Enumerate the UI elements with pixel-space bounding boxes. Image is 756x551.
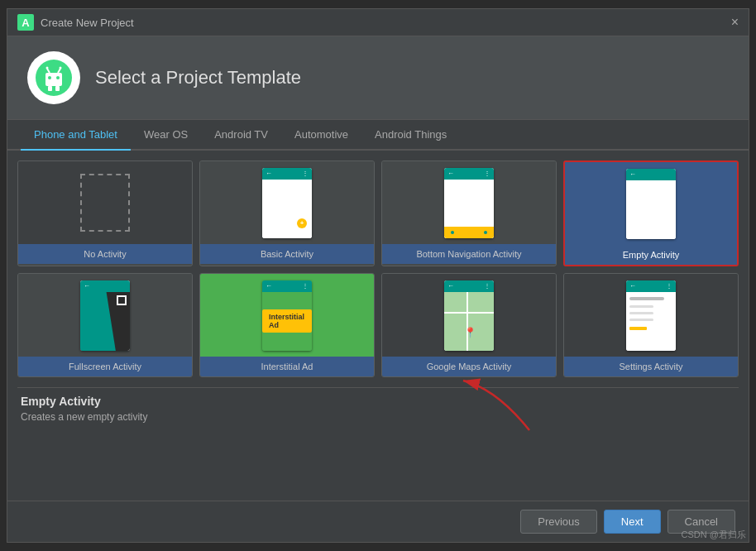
next-button[interactable]: Next bbox=[604, 510, 661, 534]
empty-phone-bar: ← bbox=[626, 169, 676, 180]
settings-line-3 bbox=[629, 312, 653, 314]
empty-activity-label: Empty Activity bbox=[565, 245, 737, 265]
previous-button[interactable]: Previous bbox=[520, 510, 597, 534]
content-area: No Activity ← ⋮ + Basic Activity bbox=[7, 151, 749, 501]
svg-point-4 bbox=[48, 76, 51, 79]
titlebar-left: A Create New Project bbox=[17, 14, 134, 31]
nav-dot-1 bbox=[451, 231, 454, 234]
interstitial-ad-box: Interstitial Ad bbox=[262, 309, 312, 333]
template-no-activity[interactable]: No Activity bbox=[17, 161, 193, 266]
header-section: Select a Project Template bbox=[7, 36, 749, 120]
tab-android-things[interactable]: Android Things bbox=[361, 120, 460, 151]
interstitial-phone-content: Interstitial Ad bbox=[262, 292, 312, 351]
menu-dots-icon: ⋮ bbox=[484, 282, 490, 290]
maximize-icon bbox=[117, 295, 127, 305]
back-arrow-icon: ← bbox=[84, 282, 90, 290]
empty-phone-content bbox=[626, 180, 676, 239]
svg-rect-11 bbox=[55, 86, 60, 91]
settings-preview: ← ⋮ bbox=[564, 274, 738, 357]
studio-logo bbox=[34, 58, 74, 98]
dialog-title: Create New Project bbox=[41, 17, 134, 29]
bottom-nav-phone-mockup: ← ⋮ bbox=[444, 168, 494, 238]
tab-automotive[interactable]: Automotive bbox=[281, 120, 361, 151]
nav-dot-2 bbox=[467, 231, 471, 234]
menu-dots-icon: ⋮ bbox=[666, 282, 672, 290]
settings-accent-bar bbox=[629, 327, 647, 330]
svg-point-7 bbox=[46, 67, 49, 69]
maps-preview: ← ⋮ 📍 bbox=[382, 274, 556, 357]
interstitial-preview: ← ⋮ Interstitial Ad bbox=[200, 274, 374, 357]
fullscreen-preview: ← bbox=[18, 274, 192, 357]
maps-label: Google Maps Activity bbox=[382, 357, 556, 376]
svg-point-5 bbox=[56, 76, 60, 79]
settings-phone-mockup: ← ⋮ bbox=[626, 280, 676, 351]
bottom-nav-phone-bar: ← ⋮ bbox=[444, 168, 494, 180]
menu-dots-icon: ⋮ bbox=[302, 282, 309, 290]
create-project-dialog: A Create New Project × bbox=[7, 8, 749, 543]
footer-buttons: Previous Next Cancel bbox=[7, 501, 749, 542]
template-maps[interactable]: ← ⋮ 📍 Google Maps Activity bbox=[381, 273, 557, 377]
svg-rect-3 bbox=[45, 73, 62, 86]
settings-line-1 bbox=[629, 297, 664, 300]
interstitial-label: Interstitial Ad bbox=[200, 357, 374, 376]
basic-phone-mockup: ← ⋮ + bbox=[262, 168, 312, 238]
back-arrow-icon: ← bbox=[447, 282, 454, 290]
logo-circle bbox=[27, 51, 80, 104]
menu-dots-icon: ⋮ bbox=[484, 170, 490, 177]
back-arrow-icon: ← bbox=[629, 282, 636, 290]
dashed-box bbox=[80, 174, 130, 232]
maps-phone-bar: ← ⋮ bbox=[444, 280, 494, 292]
bottom-nav-bar bbox=[444, 227, 494, 238]
close-button[interactable]: × bbox=[731, 16, 739, 29]
settings-label: Settings Activity bbox=[564, 357, 738, 376]
basic-phone-content: + bbox=[262, 180, 312, 238]
bottom-nav-phone-content bbox=[444, 180, 494, 238]
basic-phone-bar: ← ⋮ bbox=[262, 168, 312, 180]
settings-line-4 bbox=[629, 319, 653, 321]
map-road-h bbox=[444, 312, 494, 314]
settings-line-2 bbox=[629, 305, 653, 308]
template-interstitial[interactable]: ← ⋮ Interstitial Ad Interstitial Ad bbox=[199, 273, 375, 377]
back-arrow-icon: ← bbox=[266, 282, 272, 290]
template-basic-activity[interactable]: ← ⋮ + Basic Activity bbox=[199, 161, 375, 266]
settings-phone-bar: ← ⋮ bbox=[626, 280, 676, 292]
settings-phone-content bbox=[626, 292, 676, 351]
template-fullscreen[interactable]: ← Fullscreen Activity bbox=[17, 273, 193, 377]
svg-point-9 bbox=[60, 67, 62, 69]
description-title: Empty Activity bbox=[21, 395, 735, 408]
fullscreen-phone-bar: ← bbox=[80, 280, 130, 292]
no-activity-preview bbox=[18, 161, 192, 244]
header-title: Select a Project Template bbox=[95, 67, 301, 89]
template-empty-activity[interactable]: ← Empty Activity bbox=[563, 161, 739, 266]
map-road-v bbox=[467, 292, 468, 351]
bottom-nav-preview: ← ⋮ bbox=[382, 161, 556, 244]
android-icon: A bbox=[17, 14, 34, 31]
description-area: Empty Activity Creates a new empty activ… bbox=[17, 387, 739, 429]
back-arrow-icon: ← bbox=[266, 170, 272, 177]
template-bottom-nav[interactable]: ← ⋮ Bottom Navigation Activity bbox=[381, 161, 557, 266]
svg-text:A: A bbox=[22, 17, 30, 29]
watermark: CSDN @君归乐 bbox=[682, 529, 746, 541]
teal-diagonal bbox=[80, 292, 117, 351]
basic-activity-label: Basic Activity bbox=[200, 244, 374, 264]
menu-dots-icon: ⋮ bbox=[302, 170, 309, 177]
empty-phone-mockup: ← bbox=[626, 169, 676, 239]
description-text: Creates a new empty activity bbox=[21, 411, 735, 423]
no-activity-label: No Activity bbox=[18, 244, 192, 264]
maps-phone-mockup: ← ⋮ 📍 bbox=[444, 280, 494, 351]
interstitial-phone-mockup: ← ⋮ Interstitial Ad bbox=[262, 280, 312, 351]
tab-android-tv[interactable]: Android TV bbox=[201, 120, 281, 151]
fab-button: + bbox=[297, 218, 307, 228]
fullscreen-phone-mockup: ← bbox=[80, 280, 130, 351]
bottom-nav-label: Bottom Navigation Activity bbox=[382, 244, 556, 264]
tab-phone-tablet[interactable]: Phone and Tablet bbox=[21, 120, 131, 151]
dialog-titlebar: A Create New Project × bbox=[7, 9, 749, 36]
interstitial-phone-bar: ← ⋮ bbox=[262, 280, 312, 292]
empty-activity-preview: ← bbox=[565, 162, 737, 245]
back-arrow-icon: ← bbox=[629, 170, 636, 178]
tab-wear-os[interactable]: Wear OS bbox=[131, 120, 201, 151]
template-settings[interactable]: ← ⋮ Settings Activity bbox=[563, 273, 739, 377]
fullscreen-label: Fullscreen Activity bbox=[18, 357, 192, 376]
nav-dot-3 bbox=[484, 231, 487, 234]
fullscreen-phone-content bbox=[80, 292, 130, 351]
